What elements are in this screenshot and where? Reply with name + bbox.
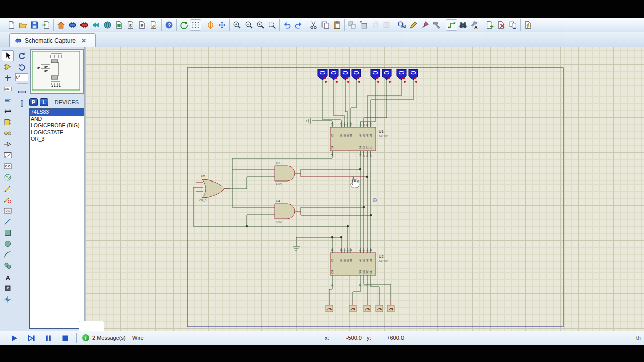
rotate-anticlockwise-button[interactable]	[16, 62, 28, 73]
component-u1-74ls83[interactable]: U1 74LS83 13C016B44B37B211B11A43A38A210A…	[330, 122, 388, 157]
2d-symbol-mode-button[interactable]	[2, 283, 14, 294]
property-assignment-tool-button[interactable]	[469, 19, 480, 31]
tab-close-icon[interactable]: ✕	[81, 37, 86, 44]
2d-marker-mode-button[interactable]	[2, 294, 14, 305]
rotate-clockwise-button[interactable]	[16, 50, 28, 61]
zoom-all-button[interactable]	[255, 19, 266, 31]
subcircuit-mode-button[interactable]	[2, 117, 14, 128]
mirror-horizontal-button[interactable]	[16, 86, 28, 97]
component-u4-and[interactable]: U4 AND	[275, 199, 295, 223]
design-explorer-button[interactable]	[113, 19, 125, 31]
toggle-grid-button[interactable]	[190, 19, 201, 31]
component-mode-button[interactable]	[2, 61, 14, 72]
new-project-button[interactable]	[6, 19, 17, 31]
logic-probe-body[interactable]	[341, 69, 350, 80]
find-component-button[interactable]	[396, 19, 408, 31]
source-code-button[interactable]	[136, 19, 148, 31]
tab-schematic-capture[interactable]: Schematic Capture ✕	[9, 33, 96, 47]
device-item-74ls83[interactable]: 74LS83	[30, 109, 84, 116]
wire[interactable]	[367, 80, 401, 127]
current-probe-mode-button[interactable]	[2, 194, 14, 205]
component-u5-or3[interactable]: U5 OR_3	[199, 174, 224, 202]
rotation-angle-input[interactable]	[15, 73, 29, 81]
cut-button[interactable]	[308, 19, 319, 31]
junction-dot-mode-button[interactable]	[2, 72, 14, 83]
configure-tools-button[interactable]	[431, 19, 442, 31]
wire[interactable]	[360, 80, 375, 127]
ground-symbol[interactable]	[293, 246, 300, 250]
help-button[interactable]	[163, 19, 175, 31]
redraw-display-button[interactable]	[178, 19, 190, 31]
zoom-out-button[interactable]	[243, 19, 255, 31]
wire-network[interactable]	[193, 80, 413, 302]
logic-probe-body[interactable]	[409, 69, 418, 80]
logic-probe-body[interactable]	[329, 69, 338, 80]
graph-mode-button[interactable]	[2, 150, 14, 161]
device-item-logicstate[interactable]: LOGICSTATE	[30, 129, 84, 136]
device-item-or-3[interactable]: OR_3	[30, 136, 84, 143]
save-project-button[interactable]	[29, 19, 40, 31]
device-pins-mode-button[interactable]	[2, 139, 14, 150]
mirror-vertical-button[interactable]	[16, 98, 28, 109]
bill-of-materials-button[interactable]	[125, 19, 136, 31]
false-origin-button[interactable]	[205, 19, 216, 31]
terminals-mode-button[interactable]	[2, 128, 14, 139]
copy-button[interactable]	[319, 19, 331, 31]
step-button[interactable]	[25, 333, 37, 343]
virtual-instruments-mode-button[interactable]	[2, 205, 14, 216]
wire[interactable]	[371, 280, 379, 302]
wire-autorouter-button[interactable]	[446, 19, 457, 31]
wire[interactable]	[371, 80, 413, 127]
ground-symbol[interactable]	[307, 118, 311, 124]
u3-body[interactable]	[275, 166, 295, 181]
logic-state[interactable]	[349, 302, 356, 312]
component-u3-and[interactable]: U3 AND	[275, 161, 295, 186]
component-u2-74ls83[interactable]: U2 74LS83 13C016B44B37B211B11A43A38A210A…	[330, 248, 388, 286]
block-move-button[interactable]	[358, 19, 369, 31]
block-delete-button[interactable]	[381, 19, 392, 31]
logic-probe-body[interactable]	[318, 69, 327, 80]
paste-button[interactable]	[331, 19, 343, 31]
u4-body[interactable]	[275, 204, 295, 219]
2d-arc-mode-button[interactable]	[2, 249, 14, 260]
wire[interactable]	[323, 80, 341, 127]
wire[interactable]	[345, 80, 348, 127]
simulation-log[interactable]: i 2 Message(s)	[82, 334, 126, 341]
logic-probe-body[interactable]	[371, 69, 380, 80]
schematic-capture-button[interactable]	[67, 19, 78, 31]
device-item-logicprobe-big-[interactable]: LOGICPROBE (BIG)	[30, 122, 84, 129]
wire[interactable]	[351, 80, 356, 127]
buses-mode-button[interactable]	[2, 106, 14, 117]
center-at-cursor-button[interactable]	[216, 19, 228, 31]
wire[interactable]	[334, 80, 345, 127]
block-rotate-button[interactable]	[369, 19, 381, 31]
2d-text-mode-button[interactable]	[2, 272, 14, 283]
wire[interactable]	[364, 280, 391, 302]
voltage-probe-mode-button[interactable]	[2, 183, 14, 194]
redo-button[interactable]	[293, 19, 304, 31]
play-button[interactable]	[8, 333, 20, 343]
zoom-in-button[interactable]	[231, 19, 243, 31]
logic-state[interactable]	[326, 302, 333, 312]
u5-body[interactable]	[202, 179, 224, 198]
2d-line-mode-button[interactable]	[2, 216, 14, 227]
pause-button[interactable]	[42, 333, 54, 343]
logic-probe-body[interactable]	[352, 69, 361, 80]
wire[interactable]	[295, 207, 364, 211]
logic-state[interactable]	[387, 302, 394, 312]
2d-circle-mode-button[interactable]	[2, 238, 14, 249]
zoom-area-button[interactable]	[266, 19, 278, 31]
pcb-layout-button[interactable]	[78, 19, 90, 31]
edit-properties-button[interactable]	[408, 19, 419, 31]
undo-button[interactable]	[281, 19, 293, 31]
block-copy-button[interactable]	[346, 19, 358, 31]
stop-button[interactable]	[59, 333, 71, 343]
tape-recorder-mode-button[interactable]	[2, 161, 14, 172]
2d-path-mode-button[interactable]	[2, 260, 14, 272]
open-project-button[interactable]	[17, 19, 29, 31]
project-notes-button[interactable]	[148, 19, 159, 31]
selection-mode-button[interactable]	[2, 50, 14, 61]
import-project-button[interactable]	[40, 19, 52, 31]
wire[interactable]	[224, 177, 276, 189]
generator-mode-button[interactable]	[2, 172, 14, 183]
